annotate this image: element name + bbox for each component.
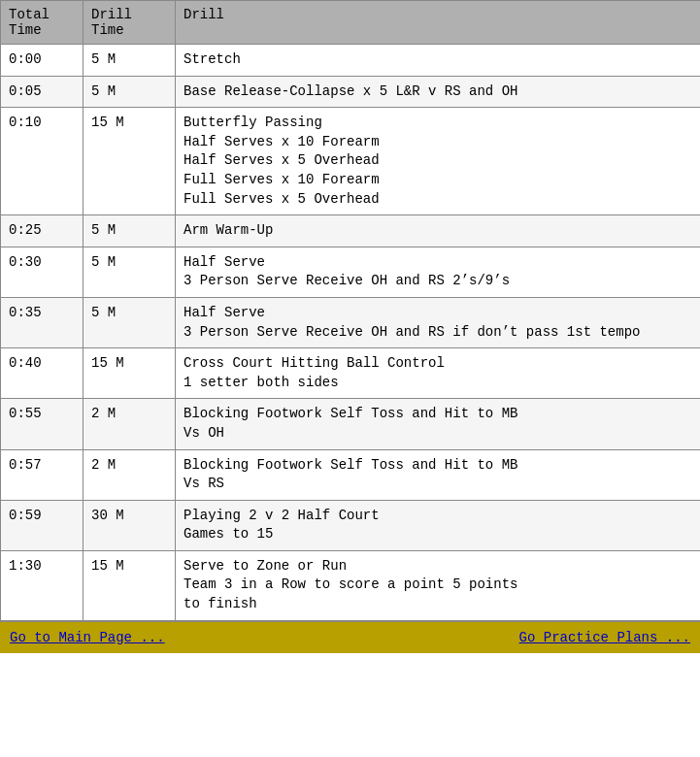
cell-drill-time: 5 M [83,297,176,347]
cell-total-time: 0:25 [1,215,83,247]
cell-drill-time: 5 M [83,45,176,77]
cell-total-time: 0:55 [1,399,83,449]
table-row: 0:355 MHalf Serve 3 Person Serve Receive… [1,297,701,347]
cell-description: Half Serve 3 Person Serve Receive OH and… [176,297,701,347]
cell-description: Blocking Footwork Self Toss and Hit to M… [176,399,701,449]
cell-total-time: 0:35 [1,297,83,347]
cell-description: Half Serve 3 Person Serve Receive OH and… [176,247,701,297]
cell-total-time: 0:00 [1,45,83,77]
cell-total-time: 0:30 [1,247,83,297]
table-row: 0:5930 MPlaying 2 v 2 Half Court Games t… [1,500,701,550]
header-drill: Drill [176,1,701,45]
cell-description: Butterfly Passing Half Serves x 10 Forea… [176,108,701,215]
cell-description: Serve to Zone or Run Team 3 in a Row to … [176,550,701,620]
table-row: 0:055 MBase Release-Collapse x 5 L&R v R… [1,76,701,108]
cell-drill-time: 15 M [83,108,176,215]
footer-bar: Go to Main Page ... Go Practice Plans ..… [0,621,700,653]
cell-drill-time: 2 M [83,399,176,449]
cell-description: Stretch [176,45,701,77]
table-row: 0:255 MArm Warm-Up [1,215,701,247]
main-page-link[interactable]: Go to Main Page ... [10,630,165,645]
table-row: 0:4015 MCross Court Hitting Ball Control… [1,348,701,399]
cell-total-time: 1:30 [1,550,83,620]
cell-description: Playing 2 v 2 Half Court Games to 15 [176,500,701,550]
cell-description: Arm Warm-Up [176,215,701,247]
table-row: 0:005 MStretch [1,45,701,77]
cell-description: Base Release-Collapse x 5 L&R v RS and O… [176,76,701,108]
practice-plans-link[interactable]: Go Practice Plans ... [519,630,690,645]
page-wrapper: Total Time Drill Time Drill 0:005 MStret… [0,0,700,653]
table-row: 1:3015 MServe to Zone or Run Team 3 in a… [1,550,701,620]
table-header-row: Total Time Drill Time Drill [1,1,701,45]
cell-drill-time: 15 M [83,550,176,620]
table-body: 0:005 MStretch0:055 MBase Release-Collap… [1,45,701,621]
cell-total-time: 0:10 [1,108,83,215]
cell-total-time: 0:57 [1,449,83,500]
table-row: 0:552 MBlocking Footwork Self Toss and H… [1,399,701,449]
cell-total-time: 0:59 [1,500,83,550]
table-row: 0:572 MBlocking Footwork Self Toss and H… [1,449,701,500]
header-drill-time: Drill Time [83,1,176,45]
cell-drill-time: 15 M [83,348,176,399]
cell-description: Cross Court Hitting Ball Control 1 sette… [176,348,701,399]
cell-drill-time: 5 M [83,76,176,108]
cell-description: Blocking Footwork Self Toss and Hit to M… [176,449,701,500]
schedule-table: Total Time Drill Time Drill 0:005 MStret… [0,0,700,621]
table-row: 0:305 MHalf Serve 3 Person Serve Receive… [1,247,701,297]
cell-drill-time: 5 M [83,215,176,247]
cell-total-time: 0:40 [1,348,83,399]
cell-drill-time: 5 M [83,247,176,297]
cell-drill-time: 30 M [83,500,176,550]
header-total-time: Total Time [1,1,83,45]
cell-total-time: 0:05 [1,76,83,108]
table-row: 0:1015 MButterfly Passing Half Serves x … [1,108,701,215]
cell-drill-time: 2 M [83,449,176,500]
